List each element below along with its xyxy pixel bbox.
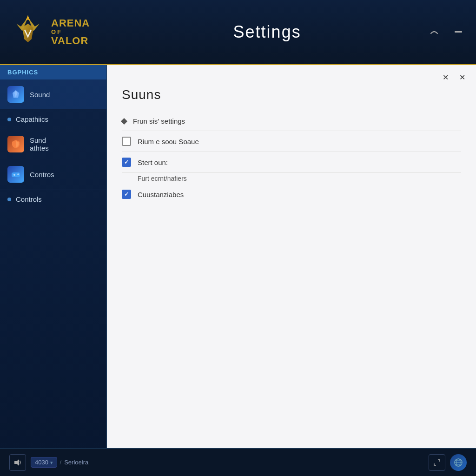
setting-row-furt: Furt ecrnt/nafiers bbox=[122, 173, 461, 184]
diamond-icon bbox=[121, 118, 127, 124]
gem-icon bbox=[11, 89, 21, 99]
sidebar-item-capabilities[interactable]: Capathiics bbox=[0, 110, 106, 129]
sound-icon bbox=[7, 86, 24, 103]
gamepad-icon bbox=[11, 169, 21, 179]
controls-label: Controls bbox=[16, 195, 42, 203]
stert-checkbox[interactable] bbox=[122, 158, 131, 167]
server-info: 4030 ▾ / Serloeira bbox=[31, 457, 88, 468]
minimize-button[interactable] bbox=[426, 24, 443, 40]
server-name: Serloeira bbox=[64, 459, 88, 466]
setting-row-rium: Rium e soou Soaue bbox=[122, 131, 461, 152]
svg-rect-4 bbox=[455, 31, 462, 33]
separator: / bbox=[60, 459, 62, 466]
unpin-button[interactable]: ✕ bbox=[456, 71, 469, 84]
settings-list: Frun sis' settings Rium e soou Soaue Ste… bbox=[107, 112, 476, 205]
setting-row-cuust: Cuustanziabes bbox=[122, 184, 461, 205]
sound-label: Sound bbox=[30, 91, 50, 99]
sidebar-section-graphics: Bgphics bbox=[0, 65, 106, 79]
svg-marker-11 bbox=[14, 459, 19, 466]
setting-row-stert: Stert oun: bbox=[122, 152, 461, 173]
shield-svg-icon bbox=[11, 139, 21, 149]
frun-label: Frun sis' settings bbox=[133, 117, 185, 125]
svg-point-8 bbox=[13, 174, 15, 176]
content-section-title: Suuns bbox=[107, 84, 476, 112]
speaker-button[interactable] bbox=[9, 454, 26, 471]
furt-label: Furt ecrnt/nafiers bbox=[138, 175, 187, 182]
contros-icon bbox=[7, 166, 24, 183]
header: ARENA OF VALOR Settings bbox=[0, 0, 476, 65]
footer-left: 4030 ▾ / Serloeira bbox=[9, 454, 88, 471]
shield-icon bbox=[7, 136, 24, 152]
rium-checkbox[interactable] bbox=[122, 137, 131, 146]
sidebar-item-contros[interactable]: Contros bbox=[0, 159, 106, 190]
svg-rect-10 bbox=[18, 173, 19, 175]
footer: 4030 ▾ / Serloeira bbox=[0, 448, 476, 476]
footer-right bbox=[429, 454, 467, 471]
close-icon bbox=[453, 27, 463, 37]
content-area: ✕ ✕ Suuns Frun sis' settings Rium e soou… bbox=[107, 65, 476, 448]
expand-button[interactable] bbox=[429, 454, 445, 471]
sidebar-item-controls[interactable]: Controls bbox=[0, 190, 106, 209]
bullet-controls-icon bbox=[7, 198, 11, 201]
speaker-icon bbox=[13, 458, 22, 467]
main-layout: Bgphics Sound Capathiics bbox=[0, 65, 476, 448]
svg-marker-3 bbox=[26, 15, 30, 21]
sound-attributes-label: Sundathtes bbox=[30, 136, 49, 152]
stert-label: Stert oun: bbox=[138, 159, 168, 166]
capabilities-label: Capathiics bbox=[16, 115, 48, 123]
content-toolbar: ✕ ✕ bbox=[107, 65, 476, 84]
arena-valor-logo bbox=[9, 13, 46, 51]
page-title: Settings bbox=[233, 22, 301, 42]
setting-row-frun: Frun sis' settings bbox=[122, 112, 461, 131]
sidebar-item-sound-attributes[interactable]: Sundathtes bbox=[0, 129, 106, 159]
expand-icon bbox=[433, 459, 441, 466]
logo-area: ARENA OF VALOR bbox=[9, 13, 90, 51]
close-button[interactable] bbox=[450, 24, 467, 40]
sidebar-item-sound[interactable]: Sound bbox=[0, 79, 106, 110]
header-controls bbox=[426, 24, 467, 40]
bullet-icon bbox=[7, 118, 11, 121]
server-id[interactable]: 4030 ▾ bbox=[31, 457, 57, 468]
pin-button[interactable]: ✕ bbox=[439, 71, 452, 84]
rium-label: Rium e soou Soaue bbox=[138, 138, 199, 145]
logo-text: ARENA OF VALOR bbox=[51, 18, 90, 47]
sidebar: Bgphics Sound Capathiics bbox=[0, 65, 107, 448]
globe-button[interactable] bbox=[450, 454, 467, 471]
cuust-label: Cuustanziabes bbox=[138, 191, 184, 198]
globe-icon bbox=[454, 458, 463, 467]
minimize-icon bbox=[429, 27, 439, 37]
contros-label: Contros bbox=[30, 171, 54, 178]
svg-rect-7 bbox=[12, 172, 20, 177]
cuust-checkbox[interactable] bbox=[122, 190, 131, 199]
